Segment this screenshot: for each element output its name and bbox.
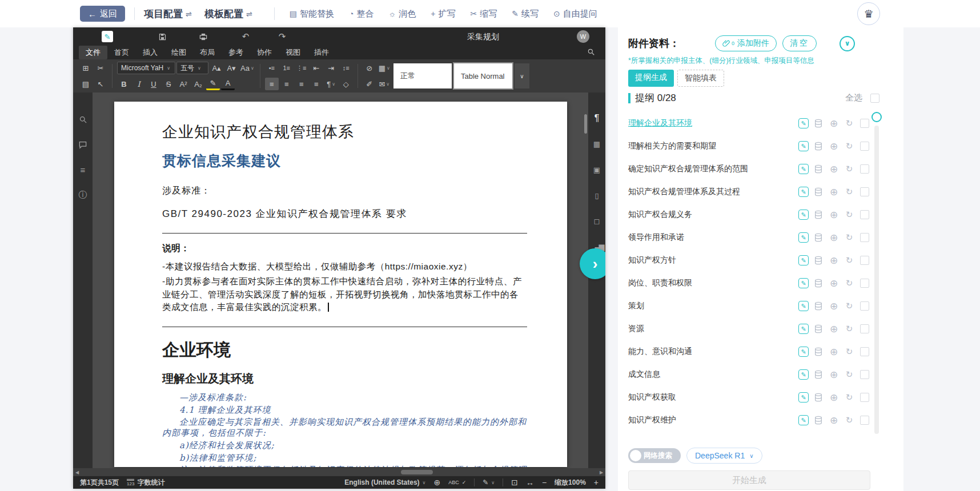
database-icon[interactable]	[813, 209, 824, 220]
zoom-out-button[interactable]: −	[542, 478, 547, 487]
regenerate-icon[interactable]: ↻	[844, 186, 855, 198]
spellcheck-button[interactable]: ABC ✓	[448, 480, 466, 485]
document-scrollbar[interactable]	[584, 114, 587, 134]
outline-item-checkbox[interactable]	[860, 164, 869, 174]
edit-icon[interactable]: ✎	[798, 255, 809, 265]
outline-item-checkbox[interactable]	[860, 301, 869, 311]
database-icon[interactable]	[813, 346, 824, 357]
regenerate-icon[interactable]: ↻	[844, 414, 855, 426]
regenerate-icon[interactable]: ↻	[844, 369, 855, 380]
outline-item-label[interactable]: 知识产权合规管理体系及其过程	[628, 187, 794, 197]
web-source-icon[interactable]: ⊕	[828, 255, 840, 266]
outline-item-checkbox[interactable]	[860, 187, 869, 196]
outline-item-checkbox[interactable]	[860, 256, 869, 265]
edit-icon[interactable]: ✎	[798, 232, 809, 243]
font-color-icon[interactable]: A	[221, 78, 235, 90]
vip-crown-button[interactable]: ♛	[857, 2, 880, 25]
menu-item[interactable]: 插入	[136, 46, 164, 59]
edit-icon[interactable]: ✎	[798, 278, 809, 288]
increase-font-icon[interactable]: A▴	[210, 62, 223, 74]
clear-attachments-button[interactable]: 清空	[782, 35, 817, 51]
zoom-level[interactable]: 缩放100%	[555, 478, 586, 488]
database-icon[interactable]	[813, 323, 824, 335]
edit-icon[interactable]: ✎	[798, 415, 809, 425]
style-normal[interactable]: 正常	[393, 63, 452, 88]
web-source-icon[interactable]: ⊕	[828, 346, 840, 357]
paste-icon[interactable]: ▤	[79, 78, 93, 90]
web-source-icon[interactable]: ⊕	[828, 277, 840, 289]
database-icon[interactable]	[813, 140, 824, 152]
table-tool-icon[interactable]: ▦	[591, 138, 603, 150]
edit-icon[interactable]: ✎	[798, 187, 809, 197]
web-source-icon[interactable]: ⊕	[828, 323, 840, 335]
fit-page-button[interactable]: ⊡	[511, 478, 518, 487]
outline-item-checkbox[interactable]	[860, 279, 869, 288]
justify-icon[interactable]: ≡	[310, 78, 323, 90]
strikethrough-icon[interactable]: S	[162, 78, 175, 90]
decrease-font-icon[interactable]: A▾	[224, 62, 238, 74]
regenerate-icon[interactable]: ↻	[844, 232, 855, 243]
redo-button[interactable]: ↷	[275, 30, 289, 43]
start-generate-button[interactable]: 开始生成	[628, 470, 870, 490]
regenerate-icon[interactable]: ↻	[844, 277, 855, 289]
model-select[interactable]: DeepSeek R1 ∨	[686, 448, 762, 464]
regenerate-icon[interactable]: ↻	[844, 346, 855, 357]
page-tool-icon[interactable]: ▯	[591, 189, 603, 202]
edit-icon[interactable]: ✎	[798, 118, 809, 128]
web-search-toggle[interactable]: 网络搜索	[628, 448, 681, 463]
mail-icon[interactable]: ✉∨	[377, 78, 391, 90]
align-center-icon[interactable]: ≡	[280, 78, 294, 90]
font-size-select[interactable]: 五号 ∨	[176, 62, 208, 74]
multilevel-list-icon[interactable]: ⋮≡	[295, 62, 308, 74]
underline-icon[interactable]: U	[147, 78, 160, 90]
database-icon[interactable]	[813, 163, 824, 175]
zoom-in-button[interactable]: +	[594, 478, 599, 487]
regenerate-icon[interactable]: ↻	[844, 392, 855, 403]
database-icon[interactable]	[813, 186, 824, 198]
change-case-icon[interactable]: Aa∨	[239, 62, 255, 74]
word-count-button[interactable]: 123 字数统计	[127, 478, 164, 488]
edit-icon[interactable]: ✎	[798, 324, 809, 334]
outline-item-checkbox[interactable]	[860, 324, 869, 333]
web-source-icon[interactable]: ⊕	[828, 232, 840, 243]
outline-item-label[interactable]: 知识产权维护	[628, 415, 794, 425]
horizontal-scrollbar[interactable]: ◀ ▶	[73, 468, 605, 476]
outline-item-label[interactable]: 领导作用和承诺	[628, 232, 794, 243]
web-source-icon[interactable]: ⊕	[828, 163, 840, 175]
outline-item-label[interactable]: 资源	[628, 324, 794, 334]
scrollbar-knob[interactable]	[871, 112, 882, 122]
database-icon[interactable]	[813, 255, 824, 266]
continue-write-button[interactable]: ✎ 续写	[512, 9, 539, 19]
regenerate-icon[interactable]: ↻	[844, 255, 855, 266]
polish-button[interactable]: ☼ 润色	[389, 9, 416, 19]
style-table-normal[interactable]: Table Normal	[454, 63, 512, 88]
paragraph-marks-icon[interactable]: ¶∨	[324, 78, 338, 90]
database-icon[interactable]	[813, 300, 824, 312]
menu-item[interactable]: 文件	[79, 46, 107, 59]
hscroll-thumb[interactable]	[401, 470, 433, 474]
decrease-indent-icon[interactable]: ⇤	[310, 62, 323, 74]
edit-icon[interactable]: ✎	[798, 392, 809, 403]
outline-item-checkbox[interactable]	[860, 119, 869, 128]
web-source-icon[interactable]: ⊕	[828, 369, 840, 380]
outline-item-checkbox[interactable]	[860, 370, 869, 379]
bullet-list-icon[interactable]: •≡	[265, 62, 279, 74]
outline-item-label[interactable]: 知识产权合规义务	[628, 210, 794, 220]
font-name-select[interactable]: Microsoft YaH ∨	[117, 62, 175, 74]
search-icon[interactable]	[587, 48, 595, 56]
regenerate-icon[interactable]: ↻	[844, 323, 855, 335]
web-source-icon[interactable]: ⊕	[828, 414, 840, 426]
copy-icon[interactable]: ⊞	[79, 62, 93, 74]
shorten-button[interactable]: ✂ 缩写	[471, 9, 497, 19]
find-icon[interactable]	[77, 113, 89, 126]
user-avatar[interactable]: W	[577, 30, 589, 43]
select-icon[interactable]: ↖	[94, 78, 107, 90]
database-icon[interactable]	[813, 232, 824, 243]
styles-gallery-expand[interactable]: ∨	[515, 63, 529, 88]
paragraph-tool-icon[interactable]: ¶	[591, 112, 603, 124]
outline-item-label[interactable]: 能力、意识和沟通	[628, 347, 794, 357]
eraser-icon[interactable]: ⊘	[363, 62, 376, 74]
wps-app-icon[interactable]: ✎	[102, 31, 113, 42]
outline-item-label[interactable]: 知识产权获取	[628, 392, 794, 403]
web-source-icon[interactable]: ⊕	[828, 300, 840, 312]
